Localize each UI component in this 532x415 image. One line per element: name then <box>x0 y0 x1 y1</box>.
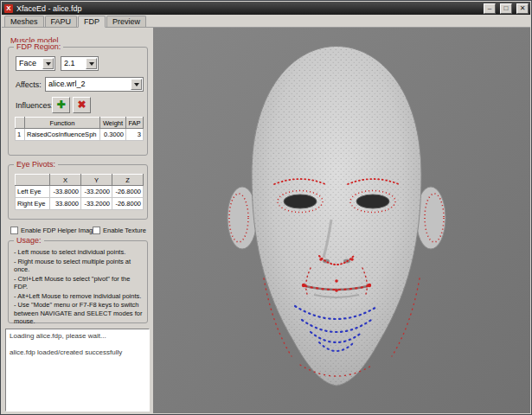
x-column-header[interactable]: X <box>50 175 81 186</box>
checkbox-label: Enable Texture <box>103 227 146 234</box>
fdp-region-group: FDP Region: Face 2.1 Affects: alice.wrl_… <box>8 47 148 156</box>
left-eye-z-cell[interactable]: -26.8000 <box>112 186 144 198</box>
left-eye-x-cell[interactable]: -33.8000 <box>50 186 81 198</box>
y-column-header[interactable]: Y <box>81 175 112 186</box>
affects-label: Affects: <box>16 80 42 89</box>
remove-influence-button[interactable]: ✖ <box>73 97 91 113</box>
enable-texture-checkbox[interactable]: Enable Texture <box>93 227 146 234</box>
tab-fdp[interactable]: FDP <box>78 16 106 28</box>
row-index[interactable]: 1 <box>16 129 25 141</box>
function-column-header[interactable]: Function <box>25 118 100 129</box>
chevron-down-icon[interactable] <box>86 58 97 69</box>
checkbox-icon[interactable] <box>93 227 100 234</box>
eye-pivots-table: X Y Z Left Eye -33.8000 -33.2000 -26.800… <box>15 174 144 210</box>
affects-select[interactable]: alice.wrl_2 <box>45 77 144 92</box>
usage-line: - Alt+Left Mouse to remove individual po… <box>14 292 144 301</box>
maximize-button[interactable]: □ <box>500 3 512 14</box>
fdp-editor-panel: Muscle model FDP Region: Face 2.1 Affect… <box>3 28 153 413</box>
z-column-header[interactable]: Z <box>112 175 144 186</box>
region-number-value: 2.1 <box>64 59 75 67</box>
tab-fapu[interactable]: FAPU <box>45 16 78 27</box>
usage-line: - Ctrl+Left Mouse to select "pivot" for … <box>14 275 144 291</box>
right-eye-row-header[interactable]: Right Eye <box>16 198 50 210</box>
model-viewport[interactable] <box>153 28 530 413</box>
tab-bar: Meshes FAPU FDP Preview <box>2 15 530 28</box>
head-mesh <box>252 47 421 386</box>
right-eye-y-cell[interactable]: -33.2000 <box>81 198 112 210</box>
influence-table: Function Weight FAP 1 RaisedCosInfluence… <box>15 117 144 141</box>
table-row: Left Eye -33.8000 -33.2000 -26.8000 <box>16 186 144 198</box>
right-eye-z-cell[interactable]: -26.8000 <box>112 198 144 210</box>
function-cell[interactable]: RaisedCosInfluenceSph <box>25 129 100 141</box>
checkbox-icon[interactable] <box>10 227 18 234</box>
tab-preview[interactable]: Preview <box>106 16 146 27</box>
affects-select-value: alice.wrl_2 <box>48 80 86 88</box>
minimize-button[interactable]: – <box>484 3 496 14</box>
eye-pivots-title: Eye Pivots: <box>14 160 58 169</box>
face-model-3d[interactable] <box>153 28 530 413</box>
fap-column-header[interactable]: FAP <box>126 118 144 129</box>
region-select[interactable]: Face <box>16 56 55 71</box>
status-log[interactable]: Loading alice.fdp, please wait... alice.… <box>5 329 150 412</box>
tab-meshes[interactable]: Meshes <box>4 16 44 27</box>
close-button[interactable]: ✕ <box>516 3 529 14</box>
app-icon: X <box>4 4 13 13</box>
left-eye-row-header[interactable]: Left Eye <box>16 186 50 198</box>
left-eye-y-cell[interactable]: -33.2000 <box>81 186 112 198</box>
region-number-select[interactable]: 2.1 <box>61 56 99 71</box>
checkbox-label: Enable FDP Helper Image <box>21 227 96 234</box>
usage-title: Usage: <box>14 236 44 245</box>
usage-line: - Left mouse to select individual points… <box>14 248 144 257</box>
chevron-down-icon[interactable] <box>131 79 142 90</box>
usage-group: Usage: - Left mouse to select individual… <box>8 240 148 323</box>
table-row: Right Eye 33.8000 -33.2000 -26.8000 <box>16 198 144 210</box>
chevron-down-icon[interactable] <box>42 58 54 69</box>
right-eye-x-cell[interactable]: 33.8000 <box>50 198 81 210</box>
log-line: alice.fdp loaded/created successfully <box>10 348 145 356</box>
window-title: XfaceEd - alice.fdp <box>16 4 479 13</box>
corner-header <box>16 118 25 129</box>
log-line: Loading alice.fdp, please wait... <box>10 332 145 340</box>
fap-cell[interactable]: 3 <box>126 129 144 141</box>
corner-header <box>16 175 50 186</box>
influences-label: Influences: <box>16 101 54 110</box>
weight-cell[interactable]: 0.3000 <box>100 129 126 141</box>
eye-pivots-group: Eye Pivots: X Y Z Left Eye -33.8000 -33.… <box>8 164 148 220</box>
title-bar[interactable]: X XfaceEd - alice.fdp – □ ✕ <box>2 2 530 15</box>
fdp-region-title: FDP Region: <box>14 42 63 51</box>
table-row: 1 RaisedCosInfluenceSph 0.3000 3 <box>16 129 144 141</box>
add-influence-button[interactable]: ✚ <box>52 97 70 113</box>
usage-line: - Right mouse to select multiple points … <box>14 258 144 274</box>
weight-column-header[interactable]: Weight <box>100 118 126 129</box>
app-window: X XfaceEd - alice.fdp – □ ✕ Meshes FAPU … <box>0 0 532 415</box>
region-select-value: Face <box>19 59 36 67</box>
enable-fdp-helper-checkbox[interactable]: Enable FDP Helper Image <box>10 227 96 234</box>
usage-line: - Use "Mode" menu or F7-F8 keys to switc… <box>14 301 144 326</box>
